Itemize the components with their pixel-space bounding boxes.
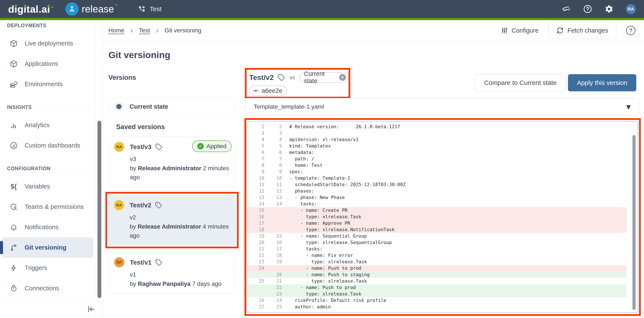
release-product: release ™ — [65, 2, 118, 16]
diff-panel: 22# Release version: 26.1.0-beta.1217334… — [246, 121, 638, 313]
diff-row: 2521 type: xlrelease.Task — [247, 278, 626, 284]
commit-chip-label: a6ee2e — [262, 87, 282, 94]
diff-code-text: - name: Create PR — [282, 207, 348, 214]
diff-row: 99spec: — [247, 169, 626, 175]
diff-new-line-number: 16 — [264, 239, 282, 246]
diff-old-line-number: 15 — [247, 207, 264, 214]
saved-versions-heading: Saved versions — [116, 123, 236, 131]
diff-old-line-number: 2 — [247, 124, 264, 130]
sidebar-item-connections[interactable]: Connections — [2, 278, 94, 298]
breadcrumb-test[interactable]: Test — [139, 27, 150, 34]
tab-test-label: Test — [150, 5, 162, 13]
compare-to-current-state-button[interactable]: Compare to Current state — [475, 74, 566, 91]
sidebar-item-label: Variables — [25, 183, 50, 190]
diff-new-line-number: 5 — [264, 143, 282, 149]
diff-old-line-number: 13 — [247, 194, 264, 201]
sidebar-item-environments[interactable]: Environments — [2, 74, 94, 94]
diff-old-line-number: 19 — [247, 233, 264, 239]
sidebar-item-custom-dashboards[interactable]: Custom dashboards — [2, 135, 94, 156]
notifications-icon — [10, 223, 18, 231]
diff-row: 2117 tasks: — [247, 246, 626, 252]
user-avatar[interactable]: RA — [626, 4, 636, 14]
environments-icon — [10, 80, 18, 88]
logo-text: dıgıtal.aı — [8, 3, 50, 15]
file-select[interactable]: Template_template-1.yaml ▼ — [245, 98, 639, 116]
diff-row: 1111 scheduledStartDate: 2025-12-18T03:3… — [247, 181, 626, 188]
diff-new-line-number: 22 — [264, 284, 282, 291]
sidebar-item-label: Live deployments — [25, 40, 73, 47]
sidebar-section-label: INSIGHTS — [0, 103, 96, 111]
sidebar-item-triggers[interactable]: Triggers — [2, 258, 94, 278]
sidebar-item-live-deployments[interactable]: Live deployments — [2, 33, 94, 54]
diff-code-text: type: xlrelease.SequentialGroup — [282, 239, 392, 246]
diff-old-line-number: 21 — [247, 246, 264, 252]
diff-old-line-number — [247, 271, 264, 278]
sidebar-item-applications[interactable]: Applications — [2, 54, 94, 74]
avatar: RA — [114, 200, 124, 210]
tag-icon — [155, 259, 162, 266]
diff-new-line-number: 11 — [264, 181, 282, 188]
breadcrumb-home[interactable]: Home — [108, 27, 124, 34]
diff-old-line-number: 3 — [247, 130, 264, 136]
custom-dashboards-icon — [10, 142, 18, 150]
diff-old-line-number — [247, 284, 264, 291]
diff-row: 2016 type: xlrelease.SequentialGroup — [247, 239, 626, 246]
collapse-sidebar-button[interactable] — [87, 305, 95, 313]
announcements-icon[interactable] — [562, 4, 571, 14]
apply-this-version-button[interactable]: Apply this version — [568, 74, 636, 91]
versions-list: Current state Saved versions ✓AppliedRAT… — [108, 98, 236, 298]
current-state-card[interactable]: Current state — [108, 98, 236, 115]
diff-new-line-number: 25 — [264, 304, 282, 310]
page-help-icon[interactable]: ? — [626, 26, 636, 35]
diff-row: 1313 - phase: New Phase — [247, 194, 626, 201]
status-badge-applied: ✓Applied — [192, 140, 232, 152]
version-card-test-v3[interactable]: ✓AppliedRATest/v3v3by Release Administra… — [108, 136, 236, 187]
diff-row: 24 - name: Push to prod — [247, 265, 626, 271]
sidebar-item-teams-permissions[interactable]: Teams & permissions — [2, 197, 94, 217]
commit-icon — [252, 88, 259, 94]
fetch-changes-button[interactable]: Fetch changes — [548, 22, 616, 39]
settings-gear-icon[interactable] — [604, 4, 614, 14]
sidebar-item-git-versioning[interactable]: Git versioning — [2, 237, 94, 258]
sidebar-item-variables[interactable]: ${Variables — [2, 176, 94, 197]
current-state-chip[interactable]: Current state × — [300, 72, 348, 83]
help-icon[interactable] — [583, 4, 592, 14]
breadcrumb-current: Git versioning — [164, 27, 201, 34]
diff-old-line-number: 12 — [247, 188, 264, 194]
diff-old-line-number: 18 — [247, 226, 264, 233]
diff-code-text: tasks: — [282, 246, 322, 252]
version-card-body: Test/v2v2by Release Administrator 4 minu… — [130, 200, 230, 240]
version-author: Raghaw Panpaliya — [138, 280, 190, 287]
diff-old-line-number: 11 — [247, 181, 264, 188]
commit-chip[interactable]: a6ee2e — [249, 86, 287, 96]
sidebar-scrollbar-thumb[interactable] — [98, 121, 101, 298]
top-bar: dıgıtal.aı™ release ™ Test — [0, 0, 644, 18]
variables-icon: ${ — [10, 182, 18, 191]
sidebar-item-label: Git versioning — [25, 244, 66, 251]
topbar-actions: RA — [562, 4, 636, 14]
diff-rows: 22# Release version: 26.1.0-beta.1217334… — [247, 124, 638, 312]
tab-test[interactable]: Test — [138, 5, 162, 13]
diff-old-line-number: 4 — [247, 136, 264, 143]
sidebar-group-items: AnalyticsCustom dashboards — [0, 112, 96, 157]
diff-code-text: # Release version: 26.1.0-beta.1217 — [282, 124, 400, 130]
diff-row: 23 type: xlrelease.Task — [247, 291, 626, 297]
diff-row: 1414 tasks: — [247, 201, 626, 207]
configure-button[interactable]: Configure — [501, 27, 538, 34]
diff-code-text: phases: — [282, 188, 314, 194]
sidebar-scrollbar-track — [96, 20, 96, 300]
git-versioning-icon — [10, 244, 18, 252]
version-card-test-v1[interactable]: RPTest/v1v1by Raghaw Panpaliya 7 days ag… — [108, 252, 236, 294]
sidebar-item-label: Teams & permissions — [25, 203, 84, 210]
diff-scrollbar-thumb[interactable] — [632, 135, 636, 310]
sidebar-item-notifications[interactable]: Notifications — [2, 217, 94, 237]
diff-row: 88 home: Test — [247, 162, 626, 169]
sidebar-item-analytics[interactable]: Analytics — [2, 115, 94, 135]
diff-new-line-number: 9 — [264, 169, 282, 175]
remove-chip-icon[interactable]: × — [339, 74, 346, 81]
page-title: Git versioning — [108, 50, 170, 60]
diff-old-line-number: 5 — [247, 143, 264, 149]
diff-new-line-number: 18 — [264, 252, 282, 259]
diff-code-text: - template: Template-1 — [282, 175, 350, 181]
version-card-test-v2[interactable]: RATest/v2v2by Release Administrator 4 mi… — [108, 195, 236, 245]
